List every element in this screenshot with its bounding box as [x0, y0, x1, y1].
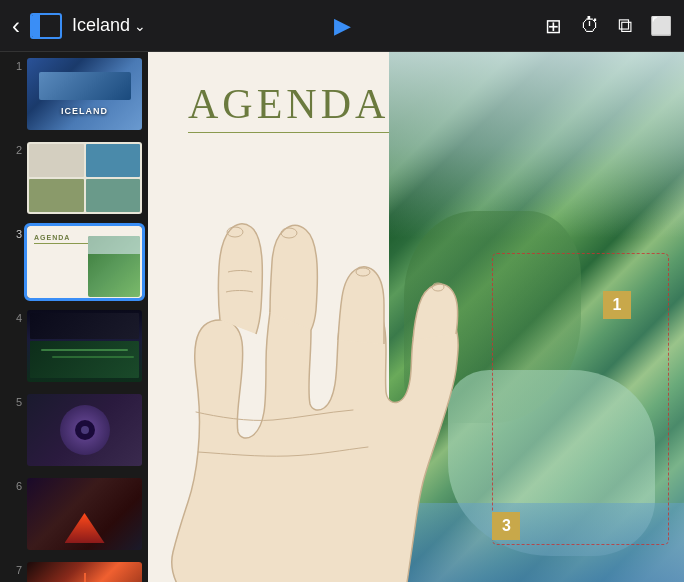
toolbar: ‹ Iceland ⌄ ▶ ⊞ ⏱ ⧉ ⬜: [0, 0, 684, 52]
thumb-content: [27, 310, 142, 382]
slide-thumbnail[interactable]: AGENDA: [27, 226, 142, 298]
slide-item[interactable]: 1 ICELAND: [0, 52, 148, 136]
slide-number: 2: [8, 142, 22, 156]
slide-panel: 1 ICELAND 2 3 AGENDA: [0, 52, 148, 582]
map-area: 1 3: [389, 52, 684, 582]
panel-indicator: [32, 15, 40, 37]
title-text: Iceland: [72, 15, 130, 36]
thumb-content: [27, 394, 142, 466]
slide-canvas: AGENDA 1 3: [148, 52, 684, 582]
slide-item[interactable]: 2: [0, 136, 148, 220]
slide-thumbnail[interactable]: [27, 394, 142, 466]
slide-thumbnail[interactable]: [27, 310, 142, 382]
presentation-title[interactable]: Iceland ⌄: [72, 15, 146, 36]
thumb-content: [27, 142, 142, 214]
toolbar-right: ⊞ ⏱ ⧉ ⬜: [452, 14, 672, 38]
clock-icon[interactable]: ⏱: [580, 14, 600, 37]
thumb-content: AGENDA: [27, 226, 142, 298]
back-button[interactable]: ‹: [12, 12, 20, 40]
agenda-slide: AGENDA 1 3: [148, 52, 684, 582]
main-content: AGENDA 1 3: [148, 52, 684, 582]
slide-thumbnail[interactable]: [27, 142, 142, 214]
slide-number: 4: [8, 310, 22, 324]
slide-number: 3: [8, 226, 22, 240]
slide-number: 6: [8, 478, 22, 492]
map-snow-region: [389, 52, 684, 238]
thumb-content: [27, 478, 142, 550]
screen-icon[interactable]: ⬜: [650, 15, 672, 37]
slide-item[interactable]: 4: [0, 304, 148, 388]
slide-item-active[interactable]: 3 AGENDA: [0, 220, 148, 304]
toolbar-center: ▶: [232, 13, 452, 39]
map-route-line: [492, 253, 669, 545]
slide-item[interactable]: 6: [0, 472, 148, 556]
slide-thumbnail[interactable]: [27, 562, 142, 582]
play-button[interactable]: ▶: [334, 13, 351, 39]
map-background: 1 3: [389, 52, 684, 582]
slide-item[interactable]: 5: [0, 388, 148, 472]
map-badge-3: 3: [492, 512, 520, 540]
slide-thumbnail[interactable]: ICELAND: [27, 58, 142, 130]
slide-number: 1: [8, 58, 22, 72]
slide-item[interactable]: 7: [0, 556, 148, 582]
chevron-down-icon: ⌄: [134, 18, 146, 34]
grid-view-button[interactable]: ⊞: [545, 14, 562, 38]
slide-number: 7: [8, 562, 22, 576]
slide-number: 5: [8, 394, 22, 408]
thumb-content: ICELAND: [27, 58, 142, 130]
slides-panel-toggle[interactable]: [30, 13, 62, 39]
thumb-label: ICELAND: [61, 106, 108, 116]
layers-icon[interactable]: ⧉: [618, 14, 632, 37]
map-badge-1: 1: [603, 291, 631, 319]
thumb-content: [27, 562, 142, 582]
toolbar-left: ‹ Iceland ⌄: [12, 12, 232, 40]
slide-thumbnail[interactable]: [27, 478, 142, 550]
